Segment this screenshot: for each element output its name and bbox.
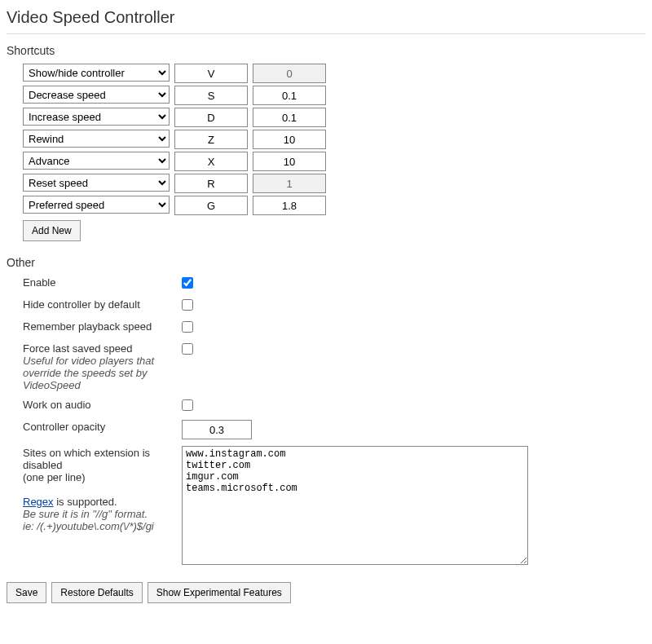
option-hide-default-label: Hide controller by default (23, 298, 182, 311)
shortcut-row: Increase speed (23, 108, 645, 127)
option-remember-label: Remember playback speed (23, 320, 182, 333)
regex-link[interactable]: Regex (23, 496, 54, 508)
blacklist-textarea[interactable] (182, 446, 528, 565)
work-audio-checkbox[interactable] (182, 399, 193, 411)
shortcut-value-input[interactable] (253, 196, 326, 215)
shortcut-value-input[interactable] (253, 108, 326, 127)
force-last-checkbox[interactable] (182, 343, 193, 355)
shortcut-key-input[interactable] (174, 86, 248, 105)
option-enable-label: Enable (23, 276, 182, 289)
shortcut-key-input[interactable] (174, 64, 248, 83)
shortcut-row: Show/hide controller (23, 64, 645, 83)
shortcut-action-select[interactable]: Rewind (23, 130, 170, 148)
section-other-heading: Other (7, 256, 645, 269)
restore-defaults-button[interactable]: Restore Defaults (51, 582, 142, 603)
option-hide-default: Hide controller by default (23, 298, 645, 313)
page-title: Video Speed Controller (7, 8, 645, 27)
shortcut-value-input[interactable] (253, 174, 326, 193)
shortcut-action-select[interactable]: Increase speed (23, 108, 170, 126)
divider (7, 33, 645, 34)
option-force-last: Force last saved speed Useful for video … (23, 342, 645, 391)
shortcut-row: Rewind (23, 130, 645, 149)
section-shortcuts-heading: Shortcuts (7, 44, 645, 57)
option-remember: Remember playback speed (23, 320, 645, 335)
shortcut-value-input[interactable] (253, 130, 326, 149)
hide-default-checkbox[interactable] (182, 299, 193, 311)
option-force-last-label: Force last saved speed Useful for video … (23, 342, 182, 391)
shortcut-value-input[interactable] (253, 152, 326, 171)
enable-checkbox[interactable] (182, 277, 193, 289)
shortcut-value-input[interactable] (253, 64, 326, 83)
shortcut-row: Preferred speed (23, 196, 645, 215)
show-experimental-button[interactable]: Show Experimental Features (148, 582, 291, 603)
shortcut-key-input[interactable] (174, 108, 248, 127)
option-blacklist-label: Sites on which extension is disabled (on… (23, 446, 182, 532)
option-work-audio-label: Work on audio (23, 398, 182, 411)
save-button[interactable]: Save (7, 582, 46, 603)
shortcut-action-select[interactable]: Reset speed (23, 174, 170, 192)
option-enable: Enable (23, 276, 645, 291)
option-work-audio: Work on audio (23, 398, 645, 413)
option-blacklist: Sites on which extension is disabled (on… (23, 446, 645, 567)
shortcut-key-input[interactable] (174, 196, 248, 215)
shortcut-key-input[interactable] (174, 174, 248, 193)
shortcut-action-select[interactable]: Decrease speed (23, 86, 170, 104)
shortcut-key-input[interactable] (174, 152, 248, 171)
shortcut-action-select[interactable]: Show/hide controller (23, 64, 170, 82)
shortcut-value-input[interactable] (253, 86, 326, 105)
option-opacity-label: Controller opacity (23, 420, 182, 433)
opacity-input[interactable] (182, 420, 252, 439)
shortcut-action-select[interactable]: Preferred speed (23, 196, 170, 214)
footer-buttons: Save Restore Defaults Show Experimental … (7, 582, 645, 603)
remember-checkbox[interactable] (182, 321, 193, 333)
shortcut-row: Decrease speed (23, 86, 645, 105)
option-opacity: Controller opacity (23, 420, 645, 439)
shortcuts-table: Show/hide controllerDecrease speedIncrea… (23, 64, 645, 215)
shortcut-action-select[interactable]: Advance (23, 152, 170, 170)
shortcut-row: Reset speed (23, 174, 645, 193)
shortcut-row: Advance (23, 152, 645, 171)
add-new-button[interactable]: Add New (23, 220, 81, 241)
shortcut-key-input[interactable] (174, 130, 248, 149)
